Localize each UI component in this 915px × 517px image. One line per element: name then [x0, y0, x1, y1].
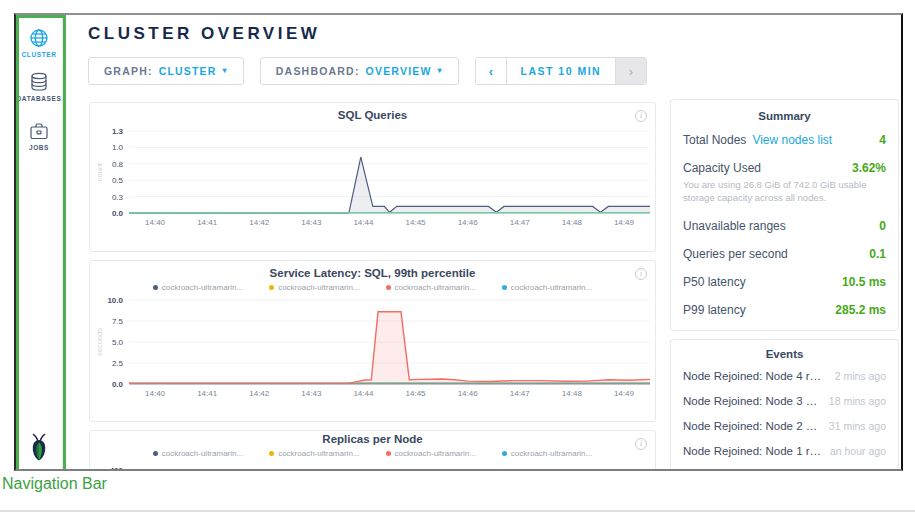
graph-dropdown[interactable]: GRAPH: CLUSTER ▾ [88, 57, 244, 85]
summary-row-capacity-used: Capacity Used 3.62% You are using 26.8 G… [671, 154, 898, 212]
event-time: 31 mins ago [821, 420, 886, 432]
legend-label: cockroach-ultramarin... [395, 449, 476, 458]
chart-title: SQL Queries [90, 109, 655, 121]
svg-text:2.5: 2.5 [112, 359, 124, 368]
info-icon[interactable]: i [635, 110, 647, 122]
legend-item[interactable]: cockroach-ultramarin... [269, 448, 359, 458]
right-column: Summary Total Nodes View nodes list 4 Ca… [670, 99, 899, 471]
svg-text:1.0: 1.0 [112, 143, 124, 152]
service-latency-chart: 0.02.55.07.510.014:4014:4114:4214:4314:4… [93, 294, 655, 400]
sql-queries-chart-panel: SQL Queries i 0.00.30.50.81.01.314:4014:… [89, 102, 656, 252]
legend-item[interactable]: cockroach-ultramarin... [269, 282, 359, 292]
legend-label: cockroach-ultramarin... [162, 283, 243, 292]
sidebar-item-cluster[interactable]: CLUSTER [16, 28, 62, 58]
legend-dot [153, 285, 158, 290]
event-time: 2 mins ago [827, 370, 886, 382]
summary-label: Unavailable ranges [683, 219, 786, 233]
svg-text:14:45: 14:45 [406, 389, 427, 398]
summary-value: 3.62% [846, 161, 886, 175]
svg-text:14:43: 14:43 [301, 218, 322, 227]
sidebar-item-jobs[interactable]: JOBS [16, 122, 62, 151]
sidebar-item-label: CLUSTER [16, 51, 62, 58]
legend-dot [153, 451, 158, 456]
summary-title: Summary [671, 110, 898, 122]
legend-item[interactable]: cockroach-ultramarin... [153, 448, 243, 458]
time-range-next-button[interactable]: › [615, 58, 646, 84]
svg-text:14:45: 14:45 [406, 218, 427, 227]
event-row: Node Rejoined: Node 4 rej... an hour ago [671, 464, 898, 471]
svg-text:14:47: 14:47 [510, 389, 531, 398]
legend-label: cockroach-ultramarin... [162, 449, 243, 458]
chart-legend: cockroach-ultramarin...cockroach-ultrama… [90, 282, 655, 292]
legend-dot [502, 285, 507, 290]
replicas-per-node-chart-panel: Replicas per Node i cockroach-ultramarin… [89, 430, 656, 471]
time-range-prev-button[interactable]: ‹ [476, 58, 507, 84]
svg-text:7.5: 7.5 [112, 317, 124, 326]
legend-dot [386, 285, 391, 290]
svg-text:0.0: 0.0 [112, 380, 124, 389]
toolbar: GRAPH: CLUSTER ▾ DASHBOARD: OVERVIEW ▾ ‹… [88, 57, 647, 85]
svg-text:0.5: 0.5 [112, 176, 124, 185]
svg-text:400: 400 [110, 466, 124, 471]
charts-column: SQL Queries i 0.00.30.50.81.01.314:4014:… [89, 102, 656, 471]
summary-row-queries-per-second: Queries per second 0.1 [671, 240, 898, 268]
database-icon [16, 72, 62, 92]
chart-title: Replicas per Node [90, 433, 655, 445]
dashboard-dropdown[interactable]: DASHBOARD: OVERVIEW ▾ [260, 57, 459, 85]
svg-text:14:49: 14:49 [614, 389, 635, 398]
replicas-per-node-chart: 40014:4014:4114:4214:4314:4414:4514:4614… [93, 459, 655, 471]
event-text: Node Rejoined: Node 4 rej... [683, 370, 827, 382]
chevron-left-icon: ‹ [489, 64, 493, 79]
svg-text:14:43: 14:43 [301, 389, 322, 398]
summary-panel: Summary Total Nodes View nodes list 4 Ca… [670, 99, 899, 331]
svg-text:14:40: 14:40 [145, 389, 166, 398]
svg-text:14:40: 14:40 [145, 218, 166, 227]
summary-label: P50 latency [683, 275, 746, 289]
info-icon[interactable]: i [635, 438, 647, 450]
legend-item[interactable]: cockroach-ultramarin... [502, 282, 592, 292]
svg-text:14:46: 14:46 [458, 218, 479, 227]
cockroachdb-logo[interactable] [16, 433, 62, 465]
navigation-bar: CLUSTER DATABASES JOBS [16, 15, 63, 469]
view-nodes-list-link[interactable]: View nodes list [752, 133, 832, 147]
sidebar-item-label: JOBS [16, 144, 62, 151]
dashboard-dropdown-value: OVERVIEW [366, 65, 432, 77]
summary-label: P99 latency [683, 303, 746, 317]
time-range-button[interactable]: LAST 10 MIN [507, 58, 615, 84]
event-text: Node Rejoined: Node 4 rej... [683, 470, 822, 471]
svg-text:0.3: 0.3 [112, 193, 124, 202]
svg-text:0.0: 0.0 [112, 209, 124, 218]
legend-item[interactable]: cockroach-ultramarin... [502, 448, 592, 458]
globe-icon [16, 28, 62, 48]
chevron-right-icon: › [629, 64, 633, 79]
sidebar-item-databases[interactable]: DATABASES [16, 72, 62, 102]
summary-label: Capacity Used [683, 161, 761, 175]
svg-text:14:46: 14:46 [458, 389, 479, 398]
summary-value: 285.2 ms [829, 303, 886, 317]
admin-ui-window: CLUSTER DATABASES JOBS [14, 13, 903, 471]
svg-text:14:42: 14:42 [249, 389, 270, 398]
info-icon[interactable]: i [635, 268, 647, 280]
svg-text:0.8: 0.8 [112, 160, 124, 169]
caret-down-icon: ▾ [438, 67, 443, 75]
legend-item[interactable]: cockroach-ultramarin... [386, 448, 476, 458]
legend-label: cockroach-ultramarin... [395, 283, 476, 292]
legend-label: cockroach-ultramarin... [511, 449, 592, 458]
summary-row-total-nodes: Total Nodes View nodes list 4 [671, 126, 898, 154]
event-row: Node Rejoined: Node 2 rej... 31 mins ago [671, 414, 898, 439]
legend-dot [386, 451, 391, 456]
event-time: an hour ago [822, 445, 886, 457]
legend-item[interactable]: cockroach-ultramarin... [153, 282, 243, 292]
svg-text:14:47: 14:47 [510, 218, 531, 227]
legend-item[interactable]: cockroach-ultramarin... [386, 282, 476, 292]
legend-label: cockroach-ultramarin... [511, 283, 592, 292]
summary-label: Queries per second [683, 247, 788, 261]
chart-title: Service Latency: SQL, 99th percentile [90, 267, 655, 279]
event-time: 18 mins ago [821, 395, 886, 407]
graph-dropdown-label: GRAPH: [104, 65, 153, 77]
svg-text:seconds: seconds [95, 328, 104, 356]
svg-text:count: count [95, 162, 104, 181]
event-text: Node Rejoined: Node 1 rej... [683, 445, 822, 457]
svg-text:14:44: 14:44 [353, 218, 374, 227]
legend-label: cockroach-ultramarin... [278, 283, 359, 292]
